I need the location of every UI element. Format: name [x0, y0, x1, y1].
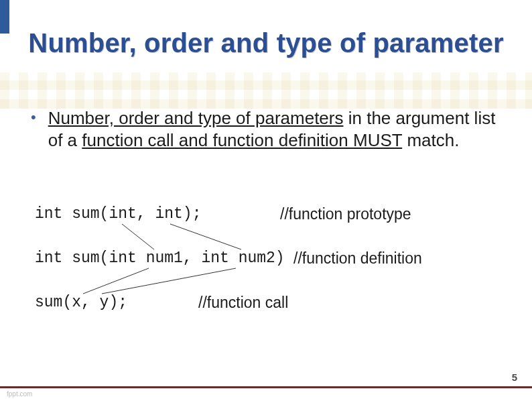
slide-title: Number, order and type of parameter [0, 28, 532, 58]
checker-band [0, 72, 532, 109]
code-definition: int sum(int num1, int num2) [35, 249, 285, 267]
slide-number: 5 [512, 372, 517, 383]
bullet-part-4: match. [402, 130, 459, 150]
bullet-item: • Number, order and type of parameters i… [31, 107, 498, 152]
line-proto-to-def-1 [122, 224, 154, 249]
bullet-part-1: Number, order and type of parameters [48, 108, 344, 128]
bullet-part-3: function call and function definition MU… [82, 130, 402, 150]
code-prototype: int sum(int, int); [35, 205, 201, 223]
comment-prototype: //function prototype [280, 205, 411, 223]
bullet-dot-icon: • [31, 107, 36, 127]
line-call-to-def-2 [102, 268, 236, 294]
line-proto-to-def-2 [170, 224, 241, 249]
watermark: fppt.com [7, 390, 32, 398]
comment-definition: //function definition [293, 249, 422, 268]
bottom-divider [0, 386, 532, 388]
bullet-text: Number, order and type of parameters in … [48, 107, 498, 152]
comment-call: //function call [198, 294, 288, 312]
line-call-to-def-1 [83, 268, 149, 294]
code-call: sum(x, y); [35, 294, 127, 311]
